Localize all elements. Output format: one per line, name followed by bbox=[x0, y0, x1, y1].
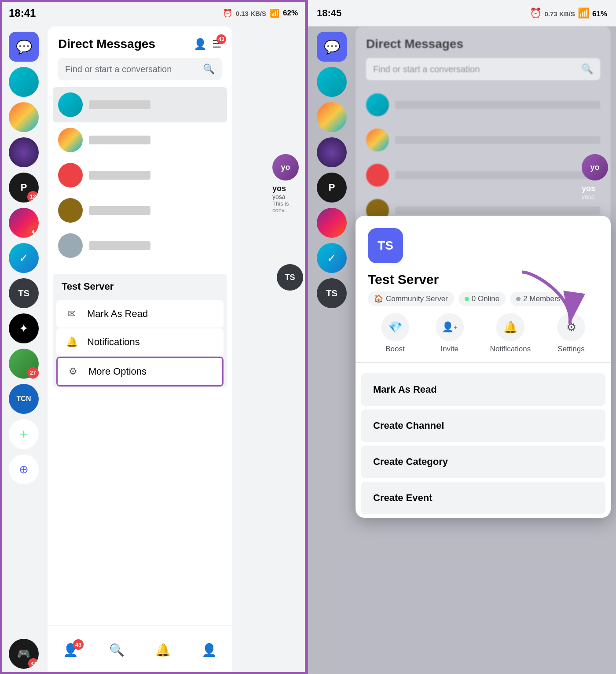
dm-name-4 bbox=[89, 206, 150, 215]
left-context-menu: Test Server ✉ Mark As Read 🔔 Notificatio… bbox=[53, 274, 227, 387]
messages-badge: 43 bbox=[73, 639, 84, 650]
sidebar-item-wizard[interactable] bbox=[9, 137, 39, 167]
right-sidebar-wave[interactable] bbox=[317, 67, 347, 97]
openai-icon: ✦ bbox=[19, 322, 29, 335]
dm-avatar-1 bbox=[58, 92, 83, 117]
wifi-icon: 📶 bbox=[270, 8, 279, 18]
context-server-name: Test Server bbox=[53, 274, 227, 299]
bottom-nav-profile[interactable]: 👤 bbox=[202, 643, 217, 657]
context-item-mark-read[interactable]: ✉ Mark As Read bbox=[56, 300, 224, 328]
right-blur-item-1 bbox=[361, 87, 605, 122]
sidebar-item-wave[interactable] bbox=[9, 67, 39, 97]
sidebar-item-sailboat[interactable] bbox=[9, 102, 39, 132]
online-dot bbox=[465, 297, 469, 301]
right-alarm-icon: ⏰ bbox=[530, 7, 542, 18]
bottom-nav-bell[interactable]: 🔔 bbox=[155, 643, 171, 657]
right-sidebar-wizard[interactable] bbox=[317, 137, 347, 167]
right-sidebar-opus[interactable]: P bbox=[317, 173, 347, 203]
bottom-nav-search[interactable]: 🔍 bbox=[109, 643, 125, 657]
right-home-icon: 💬 bbox=[324, 39, 340, 55]
notifications-icon: 🔔 bbox=[65, 336, 78, 348]
yos-msg: This is bbox=[272, 200, 303, 207]
sidebar-item-opus[interactable]: P 12 bbox=[9, 173, 39, 203]
left-search-icon: 🔍 bbox=[203, 63, 215, 75]
popup-server-info: Test Server 🏠 Community Server 0 Online … bbox=[356, 272, 611, 313]
invite-btn[interactable]: 👤+ Invite bbox=[436, 313, 464, 354]
right-sidebar-sailboat[interactable] bbox=[317, 102, 347, 132]
left-dm-list bbox=[48, 87, 232, 263]
server-icon: TS bbox=[368, 228, 403, 263]
popup-create-event[interactable]: Create Event bbox=[361, 482, 605, 514]
bottom-nav-messages[interactable]: 👤 43 bbox=[63, 643, 78, 657]
bottom-bell-icon: 🔔 bbox=[155, 643, 171, 657]
sidebar-item-ts[interactable]: TS bbox=[9, 278, 39, 308]
members-label: 2 Members bbox=[523, 295, 561, 303]
add-icon: + bbox=[20, 426, 28, 442]
notifications-btn[interactable]: 🔔 Notifications bbox=[490, 313, 531, 354]
popup-create-channel[interactable]: Create Channel bbox=[361, 409, 605, 442]
tag-online: 0 Online bbox=[458, 292, 506, 306]
dm-item-4[interactable] bbox=[53, 193, 227, 228]
right-panel: 18:45 ⏰ 0.73 KB/S 📶 61% 💬 P ✓ TS bbox=[308, 0, 616, 674]
right-sidebar-home[interactable]: 💬 bbox=[317, 32, 347, 62]
right-sidebar-check[interactable]: ✓ bbox=[317, 243, 347, 273]
dm-item-1[interactable] bbox=[53, 87, 227, 122]
dm-avatar-3 bbox=[58, 163, 83, 188]
yos-sub: yosa bbox=[272, 193, 303, 200]
dm-name-2 bbox=[89, 136, 150, 144]
left-ts-avatar: TS bbox=[277, 264, 303, 291]
sidebar-item-home[interactable]: 💬 bbox=[9, 32, 39, 62]
context-item-more-options[interactable]: ⚙ More Options bbox=[56, 357, 224, 387]
dm-item-3[interactable] bbox=[53, 158, 227, 193]
right-blur-name-1 bbox=[395, 101, 600, 109]
hamburger-icon[interactable]: ☰ 43 bbox=[212, 38, 222, 50]
popup-create-category[interactable]: Create Category bbox=[361, 446, 605, 478]
dm-name-3 bbox=[89, 171, 150, 180]
mark-read-icon: ✉ bbox=[65, 308, 78, 320]
sidebar-item-openai[interactable]: ✦ bbox=[9, 313, 39, 343]
community-label: Community Server bbox=[386, 295, 448, 303]
settings-btn[interactable]: ⚙ Settings bbox=[557, 313, 585, 354]
right-battery-text: 61% bbox=[592, 10, 607, 18]
sidebar-item-person[interactable]: 27 bbox=[9, 349, 39, 379]
left-status-icons: ⏰ 0.13 KB/S 📶 62% bbox=[223, 8, 298, 18]
boost-icon: 💎 bbox=[381, 313, 409, 341]
yos-avatar: yo bbox=[272, 154, 299, 180]
right-sidebar-triangle[interactable] bbox=[317, 208, 347, 238]
sidebar-settings-badge: 43 bbox=[28, 658, 39, 669]
tag-members: 2 Members bbox=[510, 292, 567, 306]
left-sidebar: 💬 P 12 4 ✓ TS ✦ 27 bbox=[0, 26, 48, 674]
sidebar-item-tcn[interactable]: TCN bbox=[9, 384, 39, 414]
right-time: 18:45 bbox=[317, 7, 341, 19]
right-search-icon-blurred: 🔍 bbox=[581, 63, 593, 75]
right-sidebar-ts[interactable]: TS bbox=[317, 278, 347, 308]
left-search-box[interactable]: Find or start a conversation 🔍 bbox=[58, 58, 222, 80]
popup-server-tags: 🏠 Community Server 0 Online 2 Members bbox=[368, 291, 598, 306]
sidebar-add-server[interactable]: + bbox=[9, 419, 39, 449]
speed-text: 0.13 KB/S bbox=[236, 10, 266, 17]
popup-menu-spacer bbox=[356, 363, 611, 370]
notifications-label: Notifications bbox=[87, 336, 140, 348]
sidebar-settings[interactable]: 🎮 43 bbox=[9, 639, 39, 669]
settings-btn-label: Settings bbox=[557, 345, 584, 354]
dm-name-5 bbox=[89, 241, 150, 250]
context-item-notifications[interactable]: 🔔 Notifications bbox=[56, 328, 224, 356]
right-sidebar: 💬 P ✓ TS bbox=[308, 26, 356, 674]
popup-mark-as-read[interactable]: Mark As Read bbox=[361, 373, 605, 406]
dm-badge: 43 bbox=[216, 34, 226, 44]
dm-item-5[interactable] bbox=[53, 228, 227, 263]
home-dm-icon: 💬 bbox=[16, 39, 32, 55]
sidebar-item-triangle[interactable]: 4 bbox=[9, 208, 39, 238]
yos-name: yos bbox=[272, 184, 303, 193]
invite-label: Invite bbox=[440, 345, 458, 354]
alarm-icon: ⏰ bbox=[223, 8, 232, 18]
boost-btn[interactable]: 💎 Boost bbox=[381, 313, 409, 354]
sidebar-item-check[interactable]: ✓ bbox=[9, 243, 39, 273]
dm-avatar-2 bbox=[58, 128, 83, 152]
sidebar-discover[interactable]: ⊕ bbox=[9, 454, 39, 484]
dm-item-2[interactable] bbox=[53, 122, 227, 158]
notifications-btn-icon: 🔔 bbox=[496, 313, 524, 341]
friend-add-icon[interactable]: 👤 bbox=[194, 38, 207, 50]
right-blur-name-2 bbox=[395, 136, 600, 144]
right-blurred-dm: Direct Messages Find or start a conversa… bbox=[356, 26, 611, 242]
